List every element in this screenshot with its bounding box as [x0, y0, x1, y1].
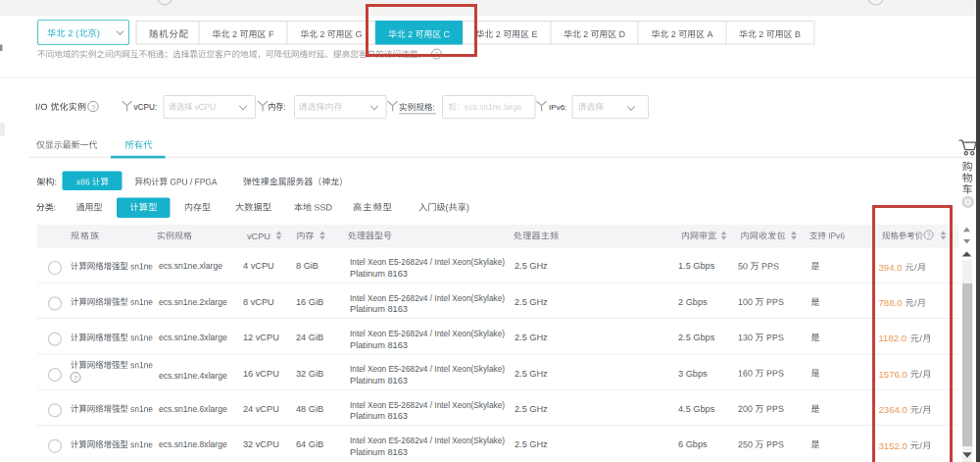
svg-text:ecs.sn1ne.3xlarge: ecs.sn1ne.3xlarge — [159, 333, 227, 342]
svg-text:24 vCPU: 24 vCPU — [243, 404, 279, 414]
svg-text:Platinum 8163: Platinum 8163 — [350, 411, 408, 421]
svg-text:12 vCPU: 12 vCPU — [243, 333, 279, 342]
svg-text:16 vCPU: 16 vCPU — [243, 369, 279, 379]
svg-text:788.0: 788.0 — [879, 297, 903, 308]
svg-text:?: ? — [91, 103, 95, 112]
svg-text:Intel Xeon E5-2682v4 / Intel X: Intel Xeon E5-2682v4 / Intel Xeon(Skylak… — [350, 436, 505, 445]
svg-text:Platinum 8163: Platinum 8163 — [350, 447, 408, 457]
svg-text:Platinum 8163: Platinum 8163 — [350, 269, 408, 279]
svg-text:?: ? — [74, 374, 77, 383]
svg-text:ecs.sn1ne.2xlarge: ecs.sn1ne.2xlarge — [159, 297, 227, 307]
svg-text:2364.0: 2364.0 — [879, 404, 907, 415]
svg-text:IPv6:: IPv6: — [549, 103, 566, 112]
svg-text:?: ? — [927, 231, 931, 238]
svg-text:2.5 GHz: 2.5 GHz — [514, 404, 548, 414]
svg-text:1576.0: 1576.0 — [879, 369, 907, 380]
svg-text:16 GiB: 16 GiB — [296, 297, 323, 307]
svg-text:2.5 Gbps: 2.5 Gbps — [678, 333, 715, 342]
svg-text:24 GiB: 24 GiB — [296, 333, 323, 342]
svg-text:1182.0: 1182.0 — [879, 333, 907, 343]
svg-text:Intel Xeon E5-2682v4 / Intel X: Intel Xeon E5-2682v4 / Intel Xeon(Skylak… — [350, 364, 505, 374]
svg-text:Intel Xeon E5-2682v4 / Intel X: Intel Xeon E5-2682v4 / Intel Xeon(Skylak… — [350, 400, 505, 410]
svg-text:vCPU:: vCPU: — [134, 103, 158, 112]
svg-text:394.0: 394.0 — [879, 262, 903, 273]
svg-text:Platinum 8163: Platinum 8163 — [350, 376, 408, 385]
svg-text:8 vCPU: 8 vCPU — [243, 297, 274, 307]
svg-text:ecs.sn1ne.6xlarge: ecs.sn1ne.6xlarge — [159, 404, 227, 414]
svg-text:Platinum 8163: Platinum 8163 — [350, 340, 408, 350]
svg-text:Intel Xeon E5-2682v4 / Intel X: Intel Xeon E5-2682v4 / Intel Xeon(Skylak… — [350, 257, 505, 267]
svg-text:3152.0: 3152.0 — [879, 440, 907, 451]
svg-text:64 GiB: 64 GiB — [296, 439, 323, 449]
svg-text:2.5 GHz: 2.5 GHz — [514, 333, 548, 342]
svg-text:ecs.sn1ne.8xlarge: ecs.sn1ne.8xlarge — [159, 439, 227, 449]
svg-text:vCPU: vCPU — [247, 231, 270, 241]
svg-text:Intel Xeon E5-2682v4 / Intel X: Intel Xeon E5-2682v4 / Intel Xeon(Skylak… — [350, 329, 505, 338]
svg-text:2 Gbps: 2 Gbps — [678, 297, 708, 307]
svg-text:4.5 Gbps: 4.5 Gbps — [678, 404, 715, 414]
svg-text:4 vCPU: 4 vCPU — [243, 261, 274, 271]
svg-text:1.5 Gbps: 1.5 Gbps — [678, 261, 715, 271]
svg-text:2.5 GHz: 2.5 GHz — [514, 297, 548, 307]
svg-text:6 Gbps: 6 Gbps — [678, 439, 708, 449]
svg-text:ecs.sn1ne.xlarge: ecs.sn1ne.xlarge — [159, 261, 222, 271]
svg-text:32 GiB: 32 GiB — [296, 369, 323, 379]
svg-text:48 GiB: 48 GiB — [296, 404, 323, 414]
svg-text:Platinum 8163: Platinum 8163 — [350, 304, 408, 314]
svg-text:ecs.sn1ne.4xlarge: ecs.sn1ne.4xlarge — [159, 371, 227, 381]
svg-text:Intel Xeon E5-2682v4 / Intel X: Intel Xeon E5-2682v4 / Intel Xeon(Skylak… — [350, 293, 505, 303]
svg-text:8 GiB: 8 GiB — [296, 261, 318, 271]
svg-text:2.5 GHz: 2.5 GHz — [514, 439, 548, 449]
svg-text:2.5 GHz: 2.5 GHz — [514, 369, 548, 379]
svg-text:2.5 GHz: 2.5 GHz — [514, 261, 548, 271]
svg-text:32 vCPU: 32 vCPU — [243, 439, 279, 449]
svg-text:3 Gbps: 3 Gbps — [678, 369, 708, 379]
